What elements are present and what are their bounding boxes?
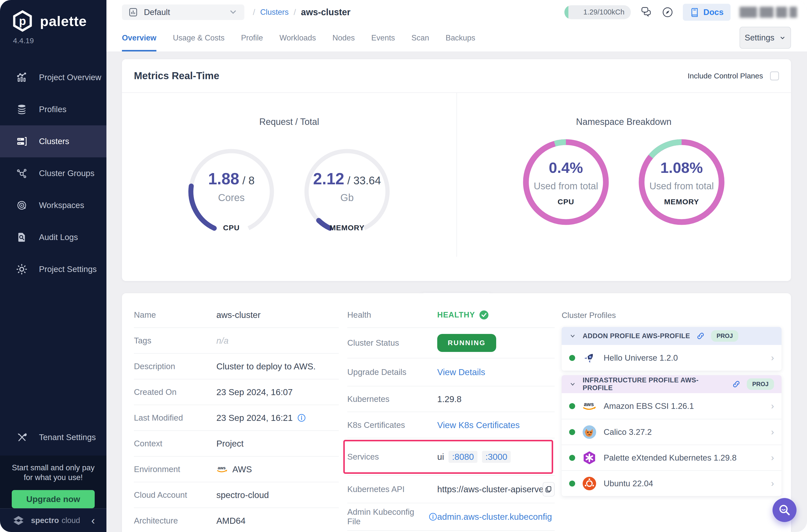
tab-usage-costs[interactable]: Usage & Costs	[173, 34, 225, 52]
include-control-planes-checkbox[interactable]	[770, 72, 779, 80]
infrastructure-profile-section: INFRASTRUCTURE PROFILE AWS-PROFILE PROJ …	[562, 375, 782, 496]
cpu-gauge: 1.88 / 8 Cores CPU	[179, 139, 284, 244]
running-status-pill: RUNNING	[437, 334, 496, 352]
service-port-3000-link[interactable]: :3000	[482, 451, 511, 463]
kubeconfig-download-link[interactable]: admin.aws-cluster.kubeconfig	[437, 512, 552, 522]
layers-icon	[16, 104, 27, 115]
calico-icon	[582, 425, 597, 439]
breadcrumb-clusters-link[interactable]: Clusters	[260, 8, 288, 17]
tab-scan[interactable]: Scan	[412, 34, 429, 52]
compass-icon[interactable]	[661, 6, 674, 18]
chat-icon[interactable]	[640, 6, 652, 18]
view-k8s-certificates-link[interactable]: View K8s Certificates	[437, 420, 520, 430]
metrics-card: Metrics Real-Time Include Control Planes…	[122, 59, 791, 281]
sidebar-item-label: Project Settings	[39, 265, 97, 274]
detail-row-name: Name aws-cluster	[134, 302, 339, 328]
detail-row-last-modified: Last Modified 23 Sep 2024, 16:21	[134, 405, 339, 431]
info-icon[interactable]	[429, 513, 437, 521]
include-control-planes-label: Include Control Planes	[688, 72, 763, 80]
link-icon[interactable]	[697, 332, 705, 340]
upgrade-now-button[interactable]: Upgrade now	[12, 490, 94, 508]
chevron-down-icon	[779, 34, 786, 41]
tab-overview[interactable]: Overview	[122, 34, 156, 52]
info-icon[interactable]	[297, 414, 306, 422]
sidebar-item-profiles[interactable]: Profiles	[0, 93, 107, 126]
promo-text: Start small and only pay for what you us…	[0, 463, 107, 482]
cluster-profiles-title: Cluster Profiles	[562, 311, 782, 320]
namespace-memory-ring: 1.08% Used from total MEMORY	[629, 130, 734, 234]
cluster-details-card: Name aws-cluster Tags n/a Description Cl…	[122, 293, 791, 532]
sidebar-item-label: Project Overview	[39, 73, 101, 82]
detail-row-cloud-account: Cloud Account spectro-cloud	[134, 482, 339, 508]
request-total-title: Request / Total	[122, 117, 456, 127]
profile-row-palette-extended-kubernetes[interactable]: Palette eXtended Kubernetes 1.29.8 ›	[562, 444, 782, 470]
detail-row-health: Health HEALTHY	[347, 302, 555, 328]
upgrade-promo: Start small and only pay for what you us…	[0, 456, 107, 508]
topbar-actions: 1.29/100kCh Docs	[564, 4, 797, 21]
detail-row-services: Services ui :8080 :3000	[347, 438, 555, 476]
profile-row-amazon-ebs-csi[interactable]: aws Amazon EBS CSI 1.26.1 ›	[562, 393, 782, 419]
profile-row-calico[interactable]: Calico 3.27.2 ›	[562, 419, 782, 444]
view-details-link[interactable]: View Details	[437, 367, 485, 377]
sidebar-collapse-chevron-icon[interactable]: ‹	[91, 515, 95, 526]
detail-row-tags: Tags n/a	[134, 328, 339, 354]
detail-row-admin-kubeconfig: Admin Kubeconfig File admin.aws-cluster.…	[347, 503, 555, 531]
chevron-right-icon: ›	[771, 401, 774, 411]
proj-badge: PROJ	[711, 330, 738, 342]
tab-nodes[interactable]: Nodes	[332, 34, 355, 52]
settings-button[interactable]: Settings	[739, 27, 791, 49]
palette-logo[interactable]: p palette	[0, 0, 107, 32]
tab-backups[interactable]: Backups	[446, 34, 475, 52]
request-total-section: Request / Total 1.88 / 8 Cores CPU 2.12 …	[122, 93, 456, 281]
brand-name: palette	[40, 13, 87, 29]
infrastructure-profile-header[interactable]: INFRASTRUCTURE PROFILE AWS-PROFILE PROJ	[562, 375, 782, 393]
support-search-button[interactable]	[772, 498, 796, 522]
status-dot	[569, 355, 575, 361]
credits-usage-pill[interactable]: 1.29/100kCh	[564, 5, 631, 19]
sidebar-item-workspaces[interactable]: Workspaces	[0, 189, 107, 221]
app-version: 4.4.19	[0, 36, 107, 45]
sidebar: p palette 4.4.19 Project Overview Profil…	[0, 0, 107, 532]
copy-api-url-button[interactable]	[543, 482, 555, 496]
palette-app: p palette 4.4.19 Project Overview Profil…	[0, 0, 807, 532]
health-status-badge: HEALTHY	[437, 310, 489, 320]
aws-logo-icon: aws	[217, 463, 228, 475]
namespace-breakdown-title: Namespace Breakdown	[456, 117, 791, 127]
main-area: Default / Clusters / aws-cluster 1.29/10…	[107, 0, 807, 532]
tab-workloads[interactable]: Workloads	[280, 34, 316, 52]
orbit-icon	[16, 200, 27, 211]
pxk-hexagon-icon	[582, 451, 597, 465]
detail-row-kubernetes: Kubernetes 1.29.8	[347, 386, 555, 412]
service-port-8080-link[interactable]: :8080	[449, 451, 477, 463]
addon-profile-header[interactable]: ADDON PROFILE AWS-PROFILE PROJ	[562, 327, 782, 345]
sidebar-item-tenant-settings[interactable]: Tenant Settings	[0, 421, 107, 453]
sidebar-item-project-settings[interactable]: Project Settings	[0, 253, 107, 285]
chevron-down-icon	[228, 7, 238, 18]
tab-events[interactable]: Events	[371, 34, 395, 52]
detail-row-created-on: Created On 23 Sep 2024, 16:07	[134, 379, 339, 405]
link-icon[interactable]	[732, 380, 740, 388]
profile-row-hello-universe[interactable]: Hello Universe 1.2.0 ›	[562, 345, 782, 370]
chevron-right-icon: ›	[771, 353, 774, 363]
docs-button[interactable]: Docs	[683, 4, 731, 21]
cluster-tabs: Overview Usage & Costs Profile Workloads…	[107, 24, 807, 52]
metrics-title: Metrics Real-Time	[134, 70, 219, 81]
profile-row-ubuntu[interactable]: Ubuntu 22.04 ›	[562, 470, 782, 496]
sidebar-item-label: Audit Logs	[39, 232, 78, 242]
palette-logo-icon: p	[12, 10, 34, 32]
sidebar-item-audit-logs[interactable]: Audit Logs	[0, 221, 107, 253]
details-right-column: Health HEALTHY Cluster Status RUNNING Up…	[347, 302, 555, 532]
detail-row-kubernetes-api: Kubernetes API https://aws-cluster-apise…	[347, 476, 555, 503]
sidebar-item-cluster-groups[interactable]: Cluster Groups	[0, 157, 107, 189]
sidebar-item-clusters[interactable]: Clusters	[0, 126, 107, 157]
server-icon	[16, 136, 27, 147]
sidebar-nav: Project Overview Profiles Clusters Clust…	[0, 61, 107, 285]
detail-row-description: Description Cluster to deploy to AWS.	[134, 354, 339, 379]
sidebar-item-project-overview[interactable]: Project Overview	[0, 61, 107, 93]
project-selector[interactable]: Default	[122, 4, 244, 20]
addon-profile-section: ADDON PROFILE AWS-PROFILE PROJ Hello Uni…	[562, 327, 782, 370]
user-menu[interactable]	[739, 7, 797, 18]
copy-icon	[545, 486, 552, 493]
tab-profile[interactable]: Profile	[241, 34, 263, 52]
sidebar-footer: spectro cloud ‹	[0, 508, 107, 532]
